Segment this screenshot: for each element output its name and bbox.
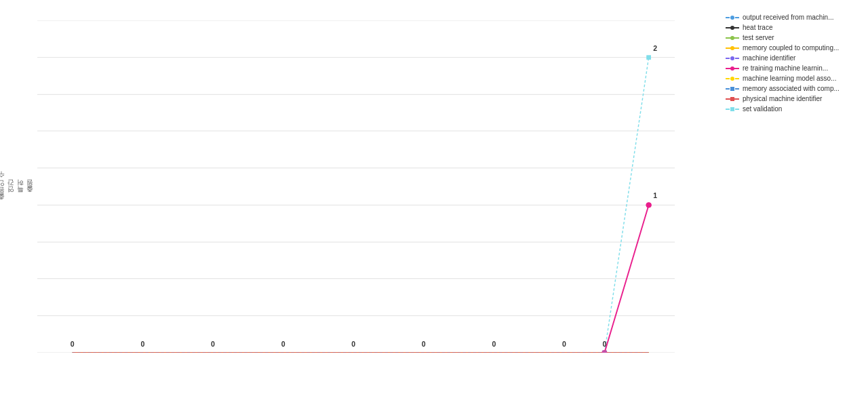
chart-svg: 0 0 0 0 0 0 0 0 0 2 1 0 0.25 0.5 0.75 1 … bbox=[37, 20, 675, 353]
svg-text:2: 2 bbox=[653, 45, 657, 52]
svg-point-23 bbox=[646, 203, 652, 208]
legend-line-6 bbox=[726, 78, 739, 79]
legend-item-5: re training machine learnin... bbox=[726, 64, 861, 72]
legend-item-3: memory coupled to computing... bbox=[726, 44, 861, 52]
y-axis-label-wrapper: 출원인 수연간특허출원 bbox=[0, 0, 31, 380]
svg-point-26 bbox=[602, 350, 608, 353]
y-axis-label: 출원인 수연간특허출원 bbox=[0, 176, 35, 205]
legend-label-5: re training machine learnin... bbox=[743, 64, 828, 72]
legend-line-3 bbox=[726, 47, 739, 49]
svg-text:0: 0 bbox=[211, 341, 215, 348]
legend-item-1: heat trace bbox=[726, 24, 861, 31]
legend-label-0: output received from machin... bbox=[743, 14, 834, 21]
legend-line-5 bbox=[726, 68, 739, 69]
legend-line-2 bbox=[726, 37, 739, 39]
legend-line-8 bbox=[726, 98, 739, 100]
svg-text:0: 0 bbox=[492, 341, 496, 348]
legend-item-4: machine identifier bbox=[726, 54, 861, 62]
legend-label-7: memory associated with comp... bbox=[743, 85, 840, 92]
legend-line-7 bbox=[726, 88, 739, 90]
legend-item-2: test server bbox=[726, 34, 861, 41]
legend: output received from machin... heat trac… bbox=[726, 14, 861, 113]
legend-label-6: machine learning model asso... bbox=[743, 75, 836, 82]
legend-label-2: test server bbox=[743, 34, 774, 41]
legend-line-9 bbox=[726, 109, 739, 110]
legend-label-3: memory coupled to computing... bbox=[743, 44, 839, 52]
svg-text:0: 0 bbox=[140, 341, 144, 348]
legend-item-7: memory associated with comp... bbox=[726, 85, 861, 92]
svg-text:0: 0 bbox=[602, 341, 606, 348]
svg-rect-22 bbox=[647, 56, 651, 60]
legend-line-1 bbox=[726, 27, 739, 28]
legend-line-0 bbox=[726, 17, 739, 18]
svg-text:0: 0 bbox=[281, 341, 285, 348]
legend-label-1: heat trace bbox=[743, 24, 772, 31]
svg-text:0: 0 bbox=[351, 341, 355, 348]
legend-item-0: output received from machin... bbox=[726, 14, 861, 21]
svg-text:0: 0 bbox=[562, 341, 566, 348]
chart-container: 출원인 수연간특허출원 bbox=[0, 0, 868, 407]
legend-item-6: machine learning model asso... bbox=[726, 75, 861, 82]
legend-line-4 bbox=[726, 58, 739, 59]
svg-text:0: 0 bbox=[422, 341, 426, 348]
legend-label-9: set validation bbox=[743, 105, 782, 113]
legend-item-8: physical machine identifier bbox=[726, 95, 861, 102]
legend-label-4: machine identifier bbox=[743, 54, 795, 62]
legend-label-8: physical machine identifier bbox=[743, 95, 822, 102]
svg-text:0: 0 bbox=[71, 341, 75, 348]
svg-text:1: 1 bbox=[653, 192, 657, 199]
chart-inner: 0 0 0 0 0 0 0 0 0 2 1 0 0.25 0.5 0.75 1 … bbox=[37, 20, 675, 353]
legend-item-9: set validation bbox=[726, 105, 861, 113]
